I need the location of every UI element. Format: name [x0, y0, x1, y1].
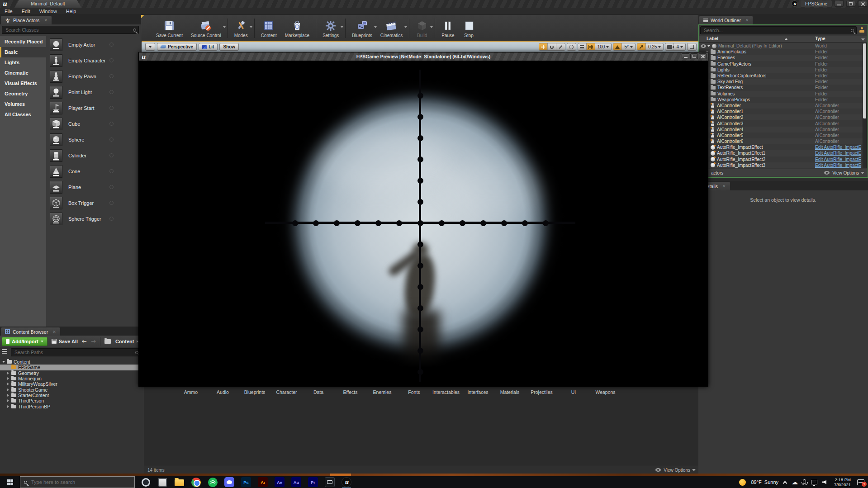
maximize-button[interactable]: [690, 53, 698, 59]
forward-button[interactable]: →: [91, 338, 96, 345]
tab-place-actors[interactable]: Place Actors ✕: [1, 16, 52, 24]
outliner-row-aicontroller5[interactable]: AIController5AIController: [699, 133, 867, 138]
expander-closed-icon[interactable]: [7, 377, 9, 380]
marketplace-button[interactable]: Marketplace: [281, 16, 313, 41]
outliner-row-autorifle-impacteffect3[interactable]: AutoRifle_ImpactEffect3Edit AutoRifle_Im…: [699, 162, 867, 168]
maximize-button[interactable]: [846, 1, 855, 7]
taskbar-search-input[interactable]: [30, 479, 131, 485]
outliner-row-aicontroller6[interactable]: AIController6AIController: [699, 138, 867, 144]
close-tab-icon[interactable]: ✕: [52, 330, 56, 334]
expander-closed-icon[interactable]: [7, 383, 9, 385]
outliner-search-input[interactable]: [703, 27, 849, 33]
hide-sources-icon[interactable]: [2, 349, 7, 355]
taskbar-app-audition[interactable]: Au: [291, 477, 302, 488]
search-classes-input[interactable]: [5, 27, 131, 33]
taskbar-app-unreal-engine[interactable]: u: [341, 477, 352, 488]
modes-button[interactable]: Modes: [230, 16, 252, 41]
place-item-plane[interactable]: Plane: [46, 179, 141, 195]
outliner-row-aicontroller3[interactable]: AIController3AIController: [699, 120, 867, 126]
category-visual-effects[interactable]: Visual Effects: [0, 78, 46, 89]
column-type[interactable]: Type: [815, 36, 825, 41]
viewport-options-button[interactable]: [145, 43, 155, 51]
tree-folder-shootergame[interactable]: ShooterGame: [0, 387, 144, 392]
tab-content-browser[interactable]: Content Browser ✕: [1, 327, 60, 336]
visibility-eye-icon[interactable]: [701, 44, 706, 48]
chevron-down-icon[interactable]: [404, 26, 407, 28]
taskbar-app-chrome[interactable]: [190, 477, 201, 488]
minimize-button[interactable]: [835, 1, 844, 7]
save-current-button[interactable]: Save Current: [152, 16, 187, 41]
type-edit-link[interactable]: Edit AutoRifle_ImpactE: [815, 157, 861, 162]
scrollbar-thumb[interactable]: [863, 43, 866, 118]
show-button[interactable]: Show: [219, 43, 239, 51]
grid-snap-value[interactable]: 100: [595, 44, 612, 49]
category-geometry[interactable]: Geometry: [0, 89, 46, 99]
outliner-row-gameplayactors[interactable]: GamePlayActorsFolder: [699, 61, 867, 67]
tree-folder-militaryweapsilver[interactable]: MilitaryWeapSilver: [0, 381, 144, 387]
place-item-cone[interactable]: Cone: [46, 163, 141, 179]
outliner-row-aicontroller4[interactable]: AIController4AIController: [699, 127, 867, 133]
add-import-button[interactable]: Add/Import: [2, 337, 47, 346]
microphone-icon[interactable]: [803, 479, 806, 484]
search-paths-input[interactable]: [14, 349, 133, 355]
menu-edit[interactable]: Edit: [22, 9, 30, 14]
place-item-empty-pawn[interactable]: Empty Pawn: [46, 68, 141, 84]
expander-open-icon[interactable]: [707, 45, 710, 47]
chevron-down-icon[interactable]: [341, 26, 343, 28]
place-item-cube[interactable]: Cube: [46, 116, 141, 132]
category-basic[interactable]: Basic: [0, 47, 46, 57]
camera-speed-value[interactable]: 4: [674, 44, 685, 49]
chevron-down-icon[interactable]: [250, 26, 252, 28]
taskbar-app-file-explorer[interactable]: [174, 477, 185, 488]
type-edit-link[interactable]: Edit AutoRifle_ImpactE: [815, 163, 861, 168]
outliner-row-aicontroller2[interactable]: AIController2AIController: [699, 114, 867, 120]
action-center-button[interactable]: 1: [857, 479, 864, 485]
chevron-down-icon[interactable]: [223, 26, 226, 28]
category-lights[interactable]: Lights: [0, 57, 46, 68]
preview-titlebar[interactable]: u FPSGame Preview [NetMode: Standalone] …: [139, 52, 708, 61]
outliner-row-reflectioncaptureactors[interactable]: ReflectionCaptureActorsFolder: [699, 73, 867, 79]
volume-icon[interactable]: [822, 480, 826, 484]
taskbar-app-browser[interactable]: [140, 477, 151, 488]
tree-folder-mannequin[interactable]: Mannequin: [0, 376, 144, 381]
place-item-sphere[interactable]: Sphere: [46, 132, 141, 147]
taskbar-search-box[interactable]: [20, 476, 135, 488]
camera-speed-button[interactable]: [665, 43, 674, 51]
start-button[interactable]: [0, 476, 20, 488]
close-tab-icon[interactable]: ✕: [722, 184, 726, 189]
menu-help[interactable]: Help: [66, 9, 76, 14]
outliner-row-volumes[interactable]: VolumesFolder: [699, 91, 867, 97]
expander-closed-icon[interactable]: [7, 405, 9, 408]
tree-folder-thirdpersonbp[interactable]: ThirdPersonBP: [0, 403, 144, 409]
taskbar-app-spotify[interactable]: [207, 477, 218, 488]
cinematics-button[interactable]: Cinematics: [376, 16, 407, 41]
taskbar-app-after-effects[interactable]: Ae: [274, 477, 285, 488]
taskbar-app-premiere[interactable]: Pr: [308, 477, 318, 488]
taskbar-app-capture-app[interactable]: [324, 477, 335, 488]
type-edit-link[interactable]: Edit AutoRifle_ImpactE: [815, 145, 861, 150]
expander-closed-icon[interactable]: [7, 389, 9, 391]
type-edit-link[interactable]: Edit AutoRifle_ImpactE: [815, 151, 861, 156]
category-recently-placed[interactable]: Recently Placed: [0, 37, 46, 47]
grid-snap-toggle[interactable]: [587, 43, 595, 51]
close-tab-icon[interactable]: ✕: [745, 18, 749, 23]
tree-folder-fpsgame[interactable]: FPSGame: [0, 365, 144, 370]
taskbar-app-discord[interactable]: [224, 477, 235, 488]
chevron-down-icon[interactable]: [430, 26, 433, 28]
level-tab[interactable]: Minimal_Default: [14, 0, 81, 8]
save-all-button[interactable]: Save All: [52, 339, 78, 344]
lit-button[interactable]: Lit: [199, 43, 218, 51]
rotation-snap-value[interactable]: 5°: [622, 44, 635, 49]
place-item-player-start[interactable]: Player Start: [46, 100, 141, 116]
pause-button[interactable]: Pause: [437, 16, 458, 41]
category-all-classes[interactable]: All Classes: [0, 109, 46, 120]
expander-closed-icon[interactable]: [7, 372, 9, 374]
menu-window[interactable]: Window: [39, 9, 57, 14]
back-button[interactable]: ←: [82, 338, 87, 345]
tab-world-outliner[interactable]: World Outliner ✕: [699, 16, 753, 24]
outliner-scrollbar[interactable]: [863, 43, 867, 168]
game-viewport[interactable]: [139, 61, 708, 387]
outliner-row-aicontroller[interactable]: AIControllerAIController: [699, 103, 867, 109]
scale-tool-button[interactable]: [556, 43, 565, 51]
type-filter-icon[interactable]: [861, 38, 865, 41]
